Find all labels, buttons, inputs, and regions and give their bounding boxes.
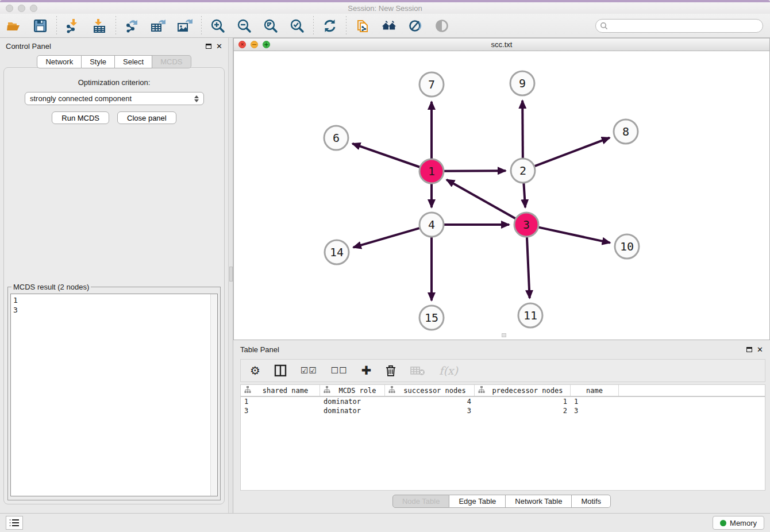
column-header-name[interactable]: name <box>571 385 619 396</box>
mcds-result-text: 1 3 <box>11 294 217 316</box>
window-title: Session: New Session <box>0 4 770 13</box>
table-cell[interactable]: 4 <box>385 397 475 406</box>
task-history-button[interactable] <box>6 516 23 530</box>
table-row[interactable]: 1dominator411 <box>241 397 765 406</box>
table-header-row: shared nameMCDS rolesuccessor nodesprede… <box>241 385 765 397</box>
panel-splitter[interactable] <box>228 38 233 513</box>
graph-node-10[interactable]: 10 <box>615 234 639 259</box>
table-settings-icon[interactable]: ⚙ <box>250 365 260 376</box>
node-table[interactable]: shared nameMCDS rolesuccessor nodesprede… <box>240 384 765 491</box>
save-session-icon[interactable] <box>32 18 48 34</box>
graph-node-4[interactable]: 4 <box>419 213 444 237</box>
table-cell[interactable]: 1 <box>475 397 571 406</box>
add-row-icon[interactable]: ✚ <box>361 365 372 377</box>
network-graph[interactable]: 7968124314101511 <box>234 51 769 338</box>
column-header-mcds-role[interactable]: MCDS role <box>320 385 385 396</box>
tab-mcds[interactable]: MCDS <box>152 55 191 68</box>
table-cell[interactable]: 2 <box>475 406 571 415</box>
table-row[interactable]: 3dominator323 <box>241 406 765 415</box>
zoom-selected-icon[interactable] <box>289 18 305 34</box>
graph-node-2[interactable]: 2 <box>511 159 535 183</box>
table-body: 1dominator4113dominator323 <box>241 397 765 415</box>
first-neighbors-icon[interactable] <box>381 18 397 34</box>
graph-edge-3-11[interactable] <box>527 237 530 298</box>
close-panel-icon[interactable]: ✕ <box>216 43 222 50</box>
column-header-predecessor-nodes[interactable]: predecessor nodes <box>475 385 571 396</box>
birds-eye-view-icon[interactable] <box>434 18 450 34</box>
clone-network-icon[interactable] <box>355 18 371 34</box>
table-cell[interactable]: 3 <box>571 406 619 415</box>
tab-style[interactable]: Style <box>82 55 115 68</box>
graph-node-9[interactable]: 9 <box>510 71 534 95</box>
tab-node-table[interactable]: Node Table <box>392 495 450 508</box>
zoom-out-icon[interactable] <box>236 18 252 34</box>
graph-node-15[interactable]: 15 <box>419 306 444 330</box>
column-layout-icon[interactable] <box>274 364 287 377</box>
graph-edge-3-1[interactable] <box>446 180 515 218</box>
graph-node-3[interactable]: 3 <box>514 213 538 237</box>
result-scrollbar[interactable] <box>210 294 217 496</box>
close-table-panel-icon[interactable]: ✕ <box>757 346 763 353</box>
table-cell[interactable]: dominator <box>320 406 385 415</box>
memory-button[interactable]: Memory <box>713 516 764 530</box>
run-mcds-button[interactable]: Run MCDS <box>52 111 109 124</box>
canvas-resize-handle[interactable] <box>502 333 506 337</box>
tab-network[interactable]: Network <box>37 55 82 68</box>
mcds-result-area[interactable]: 1 3 <box>10 294 218 496</box>
graph-node-1[interactable]: 1 <box>419 159 444 183</box>
select-all-icon[interactable]: ☑☑ <box>301 365 317 376</box>
open-session-icon[interactable] <box>6 18 22 34</box>
graph-node-14[interactable]: 14 <box>325 240 349 264</box>
tab-edge-table[interactable]: Edge Table <box>449 495 506 508</box>
float-panel-icon[interactable] <box>206 44 211 49</box>
graph-node-6[interactable]: 6 <box>324 126 348 150</box>
graph-edge-4-14[interactable] <box>353 228 419 247</box>
optimization-criterion-label: Optimization criterion: <box>4 78 224 87</box>
import-table-icon[interactable] <box>91 18 107 34</box>
table-cell[interactable]: 3 <box>241 406 320 415</box>
graph-node-7[interactable]: 7 <box>419 72 444 97</box>
import-network-icon[interactable] <box>65 18 81 34</box>
graph-edge-1-6[interactable] <box>352 144 419 167</box>
node-label: 8 <box>622 125 629 138</box>
network-canvas[interactable]: 7968124314101511 <box>234 51 769 338</box>
toolbar-separator <box>346 16 346 36</box>
graph-edge-2-9[interactable] <box>522 101 523 158</box>
graphics-details-icon[interactable] <box>407 18 424 34</box>
mcds-result-box: MCDS result (2 nodes) 1 3 <box>7 283 221 500</box>
delete-row-icon[interactable] <box>385 364 396 377</box>
deselect-all-icon[interactable]: ☐☐ <box>331 365 348 376</box>
graph-edge-2-8[interactable] <box>535 138 610 167</box>
tab-motifs[interactable]: Motifs <box>572 495 611 508</box>
tab-select[interactable]: Select <box>115 55 152 68</box>
graph-node-8[interactable]: 8 <box>614 119 638 144</box>
graph-node-11[interactable]: 11 <box>518 303 542 327</box>
zoom-fit-icon[interactable] <box>263 18 279 34</box>
search-input[interactable] <box>595 19 763 33</box>
float-table-panel-icon[interactable] <box>746 347 752 352</box>
node-label: 1 <box>428 164 435 178</box>
table-cell[interactable]: 3 <box>385 406 475 415</box>
table-cell[interactable]: 1 <box>571 397 619 406</box>
export-network-icon[interactable] <box>124 18 140 34</box>
zoom-in-icon[interactable] <box>210 18 226 34</box>
export-image-icon[interactable] <box>177 18 193 34</box>
table-cell[interactable]: dominator <box>320 397 385 406</box>
close-panel-button[interactable]: Close panel <box>117 111 176 124</box>
graph-edge-1-2[interactable] <box>444 171 506 171</box>
column-header-successor-nodes[interactable]: successor nodes <box>385 385 475 396</box>
column-header-shared-name[interactable]: shared name <box>241 385 320 396</box>
node-label: 4 <box>428 218 435 232</box>
optimization-criterion-select[interactable]: strongly connected component <box>25 92 204 105</box>
column-type-icon <box>244 386 251 395</box>
mcds-result-title: MCDS result (2 nodes) <box>11 283 91 291</box>
graph-edge-2-3[interactable] <box>523 183 525 207</box>
column-type-icon <box>478 386 485 395</box>
tab-network-table[interactable]: Network Table <box>506 495 572 508</box>
delete-table-icon <box>410 365 425 376</box>
splitter-grip[interactable] <box>229 267 233 282</box>
apply-layout-icon[interactable] <box>322 18 338 34</box>
table-cell[interactable]: 1 <box>241 397 320 406</box>
graph-edge-3-10[interactable] <box>538 228 610 243</box>
export-table-icon[interactable] <box>151 18 167 34</box>
